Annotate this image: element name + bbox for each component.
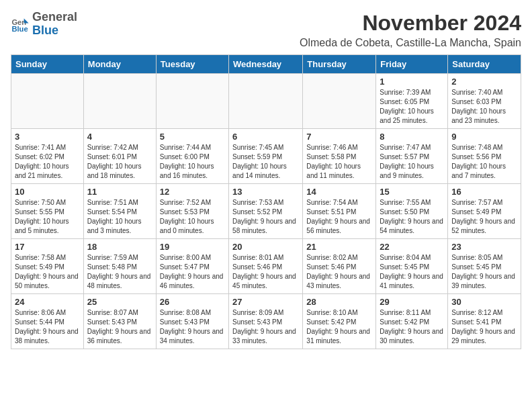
table-row: 2Sunrise: 7:40 AM Sunset: 6:03 PM Daylig… bbox=[448, 74, 521, 129]
table-row: 15Sunrise: 7:55 AM Sunset: 5:50 PM Dayli… bbox=[376, 184, 448, 239]
table-row: 21Sunrise: 8:02 AM Sunset: 5:46 PM Dayli… bbox=[303, 239, 376, 294]
day-number: 4 bbox=[87, 132, 152, 142]
week-row-3: 10Sunrise: 7:50 AM Sunset: 5:55 PM Dayli… bbox=[11, 184, 521, 239]
day-info: Sunrise: 7:52 AM Sunset: 5:53 PM Dayligh… bbox=[160, 198, 225, 236]
table-row: 28Sunrise: 8:10 AM Sunset: 5:42 PM Dayli… bbox=[303, 294, 376, 349]
day-info: Sunrise: 8:05 AM Sunset: 5:45 PM Dayligh… bbox=[451, 253, 517, 291]
day-number: 28 bbox=[306, 297, 372, 307]
day-number: 2 bbox=[451, 77, 517, 87]
page-header: Gen Blue General Blue November 2024 Olme… bbox=[11, 11, 521, 49]
header-saturday: Saturday bbox=[448, 55, 521, 74]
day-number: 18 bbox=[87, 242, 152, 252]
day-info: Sunrise: 7:39 AM Sunset: 6:05 PM Dayligh… bbox=[380, 88, 444, 126]
table-row: 1Sunrise: 7:39 AM Sunset: 6:05 PM Daylig… bbox=[376, 74, 448, 129]
day-number: 27 bbox=[232, 297, 299, 307]
day-number: 8 bbox=[380, 132, 444, 142]
table-row: 7Sunrise: 7:46 AM Sunset: 5:58 PM Daylig… bbox=[303, 129, 376, 184]
day-number: 22 bbox=[380, 242, 444, 252]
header-thursday: Thursday bbox=[303, 55, 376, 74]
day-info: Sunrise: 7:41 AM Sunset: 6:02 PM Dayligh… bbox=[15, 143, 80, 181]
day-number: 9 bbox=[451, 132, 517, 142]
day-number: 25 bbox=[87, 297, 152, 307]
table-row bbox=[11, 74, 84, 129]
table-row: 17Sunrise: 7:58 AM Sunset: 5:49 PM Dayli… bbox=[11, 239, 84, 294]
day-info: Sunrise: 7:48 AM Sunset: 5:56 PM Dayligh… bbox=[451, 143, 517, 181]
logo-icon: Gen Blue bbox=[11, 15, 30, 34]
day-number: 13 bbox=[232, 187, 299, 197]
day-info: Sunrise: 8:09 AM Sunset: 5:43 PM Dayligh… bbox=[232, 308, 299, 346]
table-row: 3Sunrise: 7:41 AM Sunset: 6:02 PM Daylig… bbox=[11, 129, 84, 184]
title-block: November 2024 Olmeda de Cobeta, Castille… bbox=[300, 11, 521, 49]
day-info: Sunrise: 8:07 AM Sunset: 5:43 PM Dayligh… bbox=[87, 308, 152, 346]
month-title: November 2024 bbox=[300, 11, 521, 36]
table-row: 18Sunrise: 7:59 AM Sunset: 5:48 PM Dayli… bbox=[83, 239, 156, 294]
location-title: Olmeda de Cobeta, Castille-La Mancha, Sp… bbox=[300, 37, 521, 49]
table-row: 22Sunrise: 8:04 AM Sunset: 5:45 PM Dayli… bbox=[376, 239, 448, 294]
day-number: 17 bbox=[15, 242, 80, 252]
day-number: 7 bbox=[306, 132, 372, 142]
day-info: Sunrise: 8:12 AM Sunset: 5:41 PM Dayligh… bbox=[451, 308, 517, 346]
day-info: Sunrise: 8:11 AM Sunset: 5:42 PM Dayligh… bbox=[380, 308, 444, 346]
table-row: 27Sunrise: 8:09 AM Sunset: 5:43 PM Dayli… bbox=[229, 294, 303, 349]
table-row: 11Sunrise: 7:51 AM Sunset: 5:54 PM Dayli… bbox=[83, 184, 156, 239]
day-info: Sunrise: 7:45 AM Sunset: 5:59 PM Dayligh… bbox=[232, 143, 299, 181]
table-row: 14Sunrise: 7:54 AM Sunset: 5:51 PM Dayli… bbox=[303, 184, 376, 239]
day-info: Sunrise: 8:06 AM Sunset: 5:44 PM Dayligh… bbox=[15, 308, 80, 346]
day-info: Sunrise: 8:02 AM Sunset: 5:46 PM Dayligh… bbox=[306, 253, 372, 291]
day-info: Sunrise: 8:04 AM Sunset: 5:45 PM Dayligh… bbox=[380, 253, 444, 291]
svg-text:Blue: Blue bbox=[11, 25, 28, 33]
day-info: Sunrise: 7:55 AM Sunset: 5:50 PM Dayligh… bbox=[380, 198, 444, 236]
day-number: 12 bbox=[160, 187, 225, 197]
day-number: 26 bbox=[160, 297, 225, 307]
day-number: 19 bbox=[160, 242, 225, 252]
day-number: 21 bbox=[306, 242, 372, 252]
day-number: 6 bbox=[232, 132, 299, 142]
day-info: Sunrise: 8:01 AM Sunset: 5:46 PM Dayligh… bbox=[232, 253, 299, 291]
header-sunday: Sunday bbox=[11, 55, 84, 74]
week-row-4: 17Sunrise: 7:58 AM Sunset: 5:49 PM Dayli… bbox=[11, 239, 521, 294]
table-row: 26Sunrise: 8:08 AM Sunset: 5:43 PM Dayli… bbox=[156, 294, 228, 349]
day-number: 10 bbox=[15, 187, 80, 197]
logo-general-text: General bbox=[32, 10, 77, 24]
day-info: Sunrise: 7:40 AM Sunset: 6:03 PM Dayligh… bbox=[451, 88, 517, 126]
day-info: Sunrise: 7:42 AM Sunset: 6:01 PM Dayligh… bbox=[87, 143, 152, 181]
table-row: 4Sunrise: 7:42 AM Sunset: 6:01 PM Daylig… bbox=[83, 129, 156, 184]
header-friday: Friday bbox=[376, 55, 448, 74]
day-number: 16 bbox=[451, 187, 517, 197]
day-info: Sunrise: 7:57 AM Sunset: 5:49 PM Dayligh… bbox=[451, 198, 517, 236]
day-number: 24 bbox=[15, 297, 80, 307]
logo-blue-text: Blue bbox=[32, 24, 58, 37]
table-row: 13Sunrise: 7:53 AM Sunset: 5:52 PM Dayli… bbox=[229, 184, 303, 239]
table-row: 10Sunrise: 7:50 AM Sunset: 5:55 PM Dayli… bbox=[11, 184, 84, 239]
day-info: Sunrise: 7:44 AM Sunset: 6:00 PM Dayligh… bbox=[160, 143, 225, 181]
day-info: Sunrise: 7:58 AM Sunset: 5:49 PM Dayligh… bbox=[15, 253, 80, 291]
table-row: 12Sunrise: 7:52 AM Sunset: 5:53 PM Dayli… bbox=[156, 184, 228, 239]
table-row bbox=[156, 74, 228, 129]
day-info: Sunrise: 7:46 AM Sunset: 5:58 PM Dayligh… bbox=[306, 143, 372, 181]
table-row: 23Sunrise: 8:05 AM Sunset: 5:45 PM Dayli… bbox=[448, 239, 521, 294]
week-row-5: 24Sunrise: 8:06 AM Sunset: 5:44 PM Dayli… bbox=[11, 294, 521, 349]
table-row: 30Sunrise: 8:12 AM Sunset: 5:41 PM Dayli… bbox=[448, 294, 521, 349]
table-row: 16Sunrise: 7:57 AM Sunset: 5:49 PM Dayli… bbox=[448, 184, 521, 239]
day-info: Sunrise: 7:47 AM Sunset: 5:57 PM Dayligh… bbox=[380, 143, 444, 181]
header-tuesday: Tuesday bbox=[156, 55, 228, 74]
table-row: 25Sunrise: 8:07 AM Sunset: 5:43 PM Dayli… bbox=[83, 294, 156, 349]
table-row bbox=[83, 74, 156, 129]
table-row: 19Sunrise: 8:00 AM Sunset: 5:47 PM Dayli… bbox=[156, 239, 228, 294]
day-number: 23 bbox=[451, 242, 517, 252]
table-row bbox=[303, 74, 376, 129]
calendar-table: Sunday Monday Tuesday Wednesday Thursday… bbox=[11, 54, 521, 349]
table-row: 8Sunrise: 7:47 AM Sunset: 5:57 PM Daylig… bbox=[376, 129, 448, 184]
week-row-1: 1Sunrise: 7:39 AM Sunset: 6:05 PM Daylig… bbox=[11, 74, 521, 129]
table-row: 20Sunrise: 8:01 AM Sunset: 5:46 PM Dayli… bbox=[229, 239, 303, 294]
day-number: 1 bbox=[380, 77, 444, 87]
table-row: 5Sunrise: 7:44 AM Sunset: 6:00 PM Daylig… bbox=[156, 129, 228, 184]
table-row bbox=[229, 74, 303, 129]
day-number: 29 bbox=[380, 297, 444, 307]
day-number: 14 bbox=[306, 187, 372, 197]
day-number: 30 bbox=[451, 297, 517, 307]
day-info: Sunrise: 7:51 AM Sunset: 5:54 PM Dayligh… bbox=[87, 198, 152, 236]
week-row-2: 3Sunrise: 7:41 AM Sunset: 6:02 PM Daylig… bbox=[11, 129, 521, 184]
day-info: Sunrise: 7:53 AM Sunset: 5:52 PM Dayligh… bbox=[232, 198, 299, 236]
day-info: Sunrise: 7:50 AM Sunset: 5:55 PM Dayligh… bbox=[15, 198, 80, 236]
